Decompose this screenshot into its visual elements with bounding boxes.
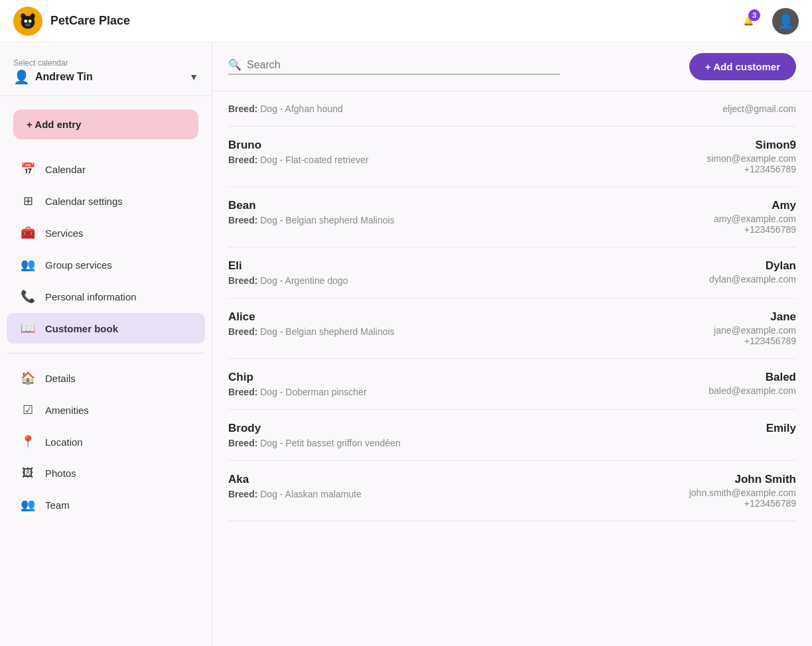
book-icon: 📖	[20, 321, 36, 336]
pet-name: Aka	[228, 473, 362, 486]
pet-breed: Breed: Dog - Petit basset griffon vendée…	[228, 438, 401, 448]
top-navigation: PetCare Place 🔔 3 👤	[0, 0, 812, 42]
add-customer-button[interactable]: + Add customer	[689, 53, 796, 80]
owner-info: Amyamy@example.com+123456789	[714, 199, 796, 235]
pet-info: Aka Breed: Dog - Alaskan malamute	[228, 473, 362, 499]
search-wrap: 🔍	[228, 58, 560, 75]
table-row[interactable]: Eli Breed: Dog - Argentine dogo Dylandyl…	[228, 247, 796, 298]
search-input[interactable]	[247, 59, 560, 71]
sidebar-item-customer-book[interactable]: 📖 Customer book	[7, 313, 205, 344]
pet-name: Alice	[228, 310, 395, 324]
table-row[interactable]: Bruno Breed: Dog - Flat-coated retriever…	[228, 127, 796, 187]
customer-list: Breed: Dog - Afghan hound elject@gmail.c…	[212, 92, 812, 646]
table-row[interactable]: Bean Breed: Dog - Belgian shepherd Malin…	[228, 187, 796, 247]
pet-breed: Breed: Dog - Flat-coated retriever	[228, 155, 369, 165]
owner-info: Baledbaled@example.com	[709, 371, 796, 396]
table-row[interactable]: Aka Breed: Dog - Alaskan malamute John S…	[228, 461, 796, 521]
phone-icon: 📞	[20, 289, 36, 304]
owner-name: John Smith	[689, 473, 796, 486]
sidebar-item-group-services-label: Group services	[45, 259, 112, 271]
pet-name: Bruno	[228, 139, 369, 152]
sidebar-item-group-services[interactable]: 👥 Group services	[7, 249, 205, 280]
pet-breed: Breed: Dog - Belgian shepherd Malinois	[228, 326, 395, 337]
owner-info: Simon9simon@example.com+123456789	[707, 139, 796, 174]
sidebar-item-calendar-label: Calendar	[45, 164, 86, 175]
sidebar-item-calendar[interactable]: 📅 Calendar	[7, 154, 205, 184]
avatar-icon: 👤	[778, 13, 794, 29]
pet-breed: Breed: Dog - Afghan hound	[228, 103, 343, 114]
pet-breed: Breed: Dog - Belgian shepherd Malinois	[228, 215, 395, 226]
sidebar-item-location-label: Location	[45, 436, 83, 448]
pet-breed: Breed: Dog - Doberman pinscher	[228, 387, 367, 397]
sidebar-item-team-label: Team	[45, 499, 70, 511]
sidebar-item-services[interactable]: 🧰 Services	[7, 218, 205, 248]
calendar-user-icon: 👤	[13, 69, 30, 85]
secondary-nav: 🏠 Details ☑ Amenities 📍 Location 🖼 Photo…	[0, 361, 212, 521]
owner-info: John Smithjohn.smith@example.com+1234567…	[689, 473, 796, 509]
owner-email: baled@example.com	[709, 385, 796, 396]
owner-name: Jane	[714, 310, 796, 324]
pet-name: Chip	[228, 371, 367, 384]
owner-email: dylan@example.com	[709, 274, 796, 285]
sidebar-item-customer-book-label: Customer book	[45, 323, 118, 334]
owner-info: elject@gmail.com	[722, 103, 796, 114]
sidebar-item-location[interactable]: 📍 Location	[7, 426, 205, 457]
sidebar-item-personal-information-label: Personal information	[45, 291, 137, 302]
table-row[interactable]: Brody Breed: Dog - Petit basset griffon …	[228, 410, 796, 461]
owner-name: Simon9	[707, 139, 796, 152]
group-icon: 👥	[20, 257, 36, 272]
owner-phone: +123456789	[689, 498, 796, 509]
sidebar-item-details-label: Details	[45, 373, 76, 384]
dropdown-arrow-icon: ▼	[189, 72, 198, 82]
table-row[interactable]: Chip Breed: Dog - Doberman pinscher Bale…	[228, 359, 796, 410]
app-title: PetCare Place	[50, 14, 130, 28]
photo-icon: 🖼	[20, 466, 36, 480]
owner-email: simon@example.com	[707, 153, 796, 164]
sidebar-item-calendar-settings-label: Calendar settings	[45, 196, 123, 207]
owner-phone: +123456789	[714, 224, 796, 235]
sidebar-item-details[interactable]: 🏠 Details	[7, 363, 205, 393]
owner-info: Dylandylan@example.com	[709, 259, 796, 285]
owner-info: Emily	[766, 422, 796, 436]
sidebar-item-personal-information[interactable]: 📞 Personal information	[7, 281, 205, 312]
notifications-button[interactable]: 🔔 3	[735, 8, 762, 34]
sidebar-item-calendar-settings[interactable]: ⊞ Calendar settings	[7, 186, 205, 216]
sidebar-item-photos-label: Photos	[45, 468, 76, 479]
pet-breed: Breed: Dog - Argentine dogo	[228, 275, 348, 286]
owner-email: amy@example.com	[714, 214, 796, 224]
svg-point-4	[29, 19, 32, 23]
sidebar-item-services-label: Services	[45, 227, 84, 239]
table-row[interactable]: Alice Breed: Dog - Belgian shepherd Mali…	[228, 298, 796, 359]
app-logo	[13, 7, 42, 36]
team-icon: 👥	[20, 497, 36, 512]
checklist-icon: ☑	[20, 403, 36, 417]
sidebar-item-photos[interactable]: 🖼 Photos	[7, 458, 205, 488]
services-icon: 🧰	[20, 226, 36, 240]
search-bar-row: 🔍 + Add customer	[212, 42, 812, 92]
pet-info: Bruno Breed: Dog - Flat-coated retriever	[228, 139, 369, 165]
owner-name: Dylan	[709, 259, 796, 273]
sidebar-item-amenities-label: Amenities	[45, 405, 89, 416]
pet-info: Brody Breed: Dog - Petit basset griffon …	[228, 422, 401, 448]
owner-email: john.smith@example.com	[689, 487, 796, 498]
add-entry-button[interactable]: + Add entry	[13, 109, 198, 139]
sidebar-item-team[interactable]: 👥 Team	[7, 489, 205, 520]
owner-phone: +123456789	[707, 164, 796, 174]
topnav-left: PetCare Place	[13, 7, 130, 36]
owner-info: Janejane@example.com+123456789	[714, 310, 796, 346]
pet-name: Brody	[228, 422, 401, 435]
owner-phone: +123456789	[714, 336, 796, 346]
home-icon: 🏠	[20, 371, 36, 385]
sidebar-divider	[7, 353, 205, 354]
pet-info: Chip Breed: Dog - Doberman pinscher	[228, 371, 367, 397]
calendar-picker[interactable]: 👤 Andrew Tin ▼	[13, 69, 198, 85]
sidebar-item-amenities[interactable]: ☑ Amenities	[7, 395, 205, 425]
owner-name: Amy	[714, 199, 796, 212]
user-avatar-button[interactable]: 👤	[772, 8, 799, 34]
sidebar: Select calendar 👤 Andrew Tin ▼ + Add ent…	[0, 42, 212, 646]
table-row[interactable]: Breed: Dog - Afghan hound elject@gmail.c…	[228, 92, 796, 127]
location-icon: 📍	[20, 434, 36, 449]
owner-name: Baled	[709, 371, 796, 384]
grid-icon: ⊞	[20, 194, 36, 208]
pet-breed: Breed: Dog - Alaskan malamute	[228, 489, 362, 499]
